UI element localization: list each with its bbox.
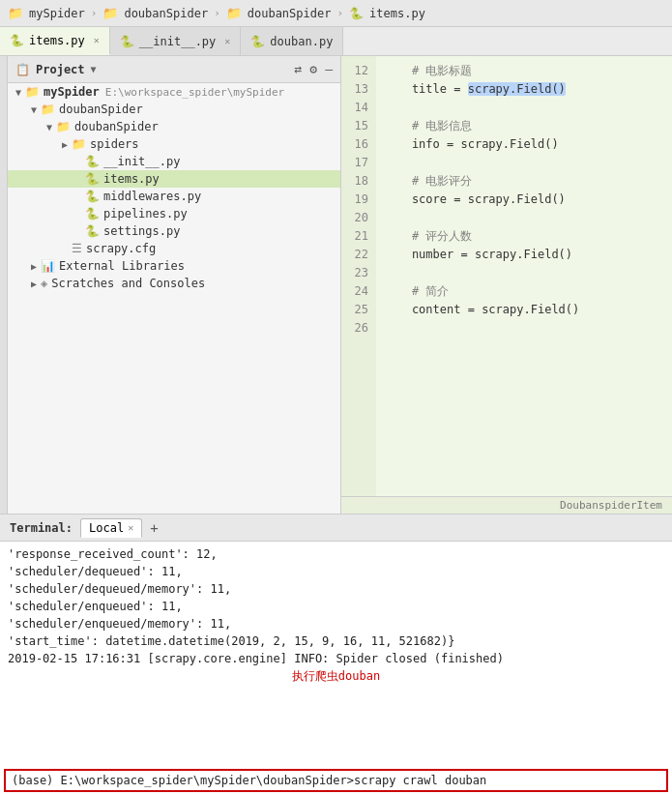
comment-21: # 评分人数 <box>384 229 472 243</box>
linenum-16: 16 <box>347 135 368 154</box>
linenum-26: 26 <box>347 319 368 338</box>
terminal-tab-local[interactable]: Local ✕ <box>80 518 142 538</box>
tree-item-settings[interactable]: 🐍 settings.py <box>8 222 340 240</box>
terminal-line-0: 'response_received_count': 12, <box>8 545 664 563</box>
pyfile-icon-items: 🐍 <box>85 172 100 186</box>
minimize-icon[interactable]: — <box>325 62 333 76</box>
folder-icon-doubanspider1: 📁 <box>41 103 55 116</box>
tab-label-douban: douban.py <box>270 35 333 48</box>
folder-icon: 📁 <box>8 6 23 20</box>
tree-item-scratches[interactable]: ▶ ◈ Scratches and Consoles <box>8 275 340 292</box>
tree-label-init: __init__.py <box>103 155 180 168</box>
terminal-tab-close-local[interactable]: ✕ <box>128 522 133 533</box>
code-line-17 <box>384 154 672 172</box>
file-icon-title: 🐍 <box>349 7 364 20</box>
scratch-icon: ◈ <box>41 277 47 290</box>
code-line-15: # 电影信息 <box>384 117 672 135</box>
editor-content: 12 13 14 15 16 17 18 19 20 21 22 23 24 2… <box>341 56 672 496</box>
class-hint: DoubanspiderItem <box>560 499 662 512</box>
terminal-line-4: 'scheduler/enqueued/memory': 11, <box>8 615 664 632</box>
linenum-17: 17 <box>347 154 368 172</box>
tree-item-init[interactable]: 🐍 __init__.py <box>8 153 340 170</box>
tab-icon-init: 🐍 <box>120 35 134 48</box>
tree-label-scratches: Scratches and Consoles <box>51 277 205 290</box>
tab-close-items[interactable]: ✕ <box>94 35 100 45</box>
tree-label-doubanspider1: doubanSpider <box>59 103 143 116</box>
tree-item-middlewares[interactable]: 🐍 middlewares.py <box>8 188 340 205</box>
tab-bar: 🐍 items.py ✕ 🐍 __init__.py ✕ 🐍 douban.py <box>0 27 672 56</box>
comment-24: # 简介 <box>384 284 449 298</box>
tree-item-scrapy-cfg[interactable]: ☰ scrapy.cfg <box>8 240 340 257</box>
folder-icon-doubanspider2: 📁 <box>56 120 71 133</box>
folder-icon-3: 📁 <box>226 6 242 20</box>
tree: ▼ 📁 mySpider E:\workspace_spider\mySpide… <box>8 83 340 292</box>
code-line-14 <box>384 99 672 117</box>
toggle-icon[interactable]: ⇄ <box>295 62 303 76</box>
linenum-24: 24 <box>347 282 368 301</box>
terminal-line-5: 'start_time': datetime.datetime(2019, 2,… <box>8 632 664 650</box>
tab-close-init[interactable]: ✕ <box>224 36 230 46</box>
tree-item-doubanspider2[interactable]: ▼ 📁 doubanSpider <box>8 118 340 135</box>
linenum-18: 18 <box>347 172 368 191</box>
code-line-16: info = scrapy.Field() <box>384 135 672 154</box>
tree-item-doubanspider1[interactable]: ▼ 📁 doubanSpider <box>8 101 340 118</box>
left-edge <box>0 56 8 514</box>
tab-items[interactable]: 🐍 items.py ✕ <box>0 27 110 55</box>
code-line-21: # 评分人数 <box>384 227 672 246</box>
tree-path-myspider: E:\workspace_spider\mySpider <box>105 86 284 99</box>
terminal-line-1: 'scheduler/dequeued': 11, <box>8 563 664 580</box>
pyfile-icon-settings: 🐍 <box>85 224 100 238</box>
sep1: › <box>91 7 98 19</box>
main-layout: 🐍 items.py ✕ 🐍 __init__.py ✕ 🐍 douban.py… <box>0 27 672 794</box>
linenum-14: 14 <box>347 99 368 117</box>
code-line-25: content = scrapy.Field() <box>384 301 672 319</box>
code-line-20 <box>384 209 672 227</box>
folder-icon-2: 📁 <box>102 6 118 20</box>
code-line-18: # 电影评分 <box>384 172 672 191</box>
tab-douban[interactable]: 🐍 douban.py <box>241 27 343 55</box>
arrow-scratches: ▶ <box>27 279 41 289</box>
linenum-15: 15 <box>347 117 368 135</box>
terminal-tab-label-local: Local <box>89 521 124 535</box>
title-items: items.py <box>369 7 425 20</box>
tree-label-items: items.py <box>103 172 160 186</box>
linenum-23: 23 <box>347 264 368 282</box>
tree-item-myspider[interactable]: ▼ 📁 mySpider E:\workspace_spider\mySpide… <box>8 83 340 101</box>
folder-icon-myspider: 📁 <box>25 85 40 99</box>
terminal-add-button[interactable]: + <box>144 518 163 538</box>
terminal-line-2: 'scheduler/dequeued/memory': 11, <box>8 580 664 598</box>
pyfile-icon-pipelines: 🐍 <box>85 207 100 221</box>
tree-label-spiders: spiders <box>90 137 139 151</box>
terminal-red-line: 执行爬虫douban <box>8 667 664 685</box>
terminal-line-3: 'scheduler/enqueued': 11, <box>8 598 664 615</box>
tree-label-doubanspider2: doubanSpider <box>74 120 159 133</box>
editor-footer: DoubanspiderItem <box>341 496 672 514</box>
tree-item-pipelines[interactable]: 🐍 pipelines.py <box>8 205 340 222</box>
terminal-input-area[interactable]: (base) E:\workspace_spider\mySpider\doub… <box>4 769 668 792</box>
arrow-spiders: ▶ <box>58 139 72 150</box>
comment-12: # 电影标题 <box>384 64 472 77</box>
tree-item-external-libs[interactable]: ▶ 📊 External Libraries <box>8 257 340 275</box>
tree-label-middlewares: middlewares.py <box>103 190 201 203</box>
folder-icon-spiders: 📁 <box>72 137 86 151</box>
linenum-19: 19 <box>347 191 368 209</box>
line-numbers: 12 13 14 15 16 17 18 19 20 21 22 23 24 2… <box>341 56 376 496</box>
code-line-24: # 简介 <box>384 282 672 301</box>
terminal-prompt: (base) E:\workspace_spider\mySpider\doub… <box>12 774 486 787</box>
tree-item-spiders[interactable]: ▶ 📁 spiders <box>8 135 340 153</box>
linenum-12: 12 <box>347 62 368 80</box>
code-line-22: number = scrapy.Field() <box>384 246 672 264</box>
cfg-icon: ☰ <box>72 242 82 255</box>
tree-item-items[interactable]: 🐍 items.py <box>8 170 340 188</box>
tab-init[interactable]: 🐍 __init__.py ✕ <box>110 27 242 55</box>
code-editor[interactable]: # 电影标题 title = scrapy.Field() # 电影信息 inf… <box>376 56 672 496</box>
tab-icon-items: 🐍 <box>10 34 24 47</box>
gear-icon[interactable]: ⚙ <box>309 62 317 76</box>
code-line-26 <box>384 319 672 338</box>
arrow-external: ▶ <box>27 261 41 272</box>
code-line-12: # 电影标题 <box>384 62 672 80</box>
pyfile-icon-init: 🐍 <box>85 155 100 168</box>
sidebar-header-left: 📋 Project ▼ <box>15 63 97 76</box>
linenum-20: 20 <box>347 209 368 227</box>
comment-15: # 电影信息 <box>384 119 472 132</box>
